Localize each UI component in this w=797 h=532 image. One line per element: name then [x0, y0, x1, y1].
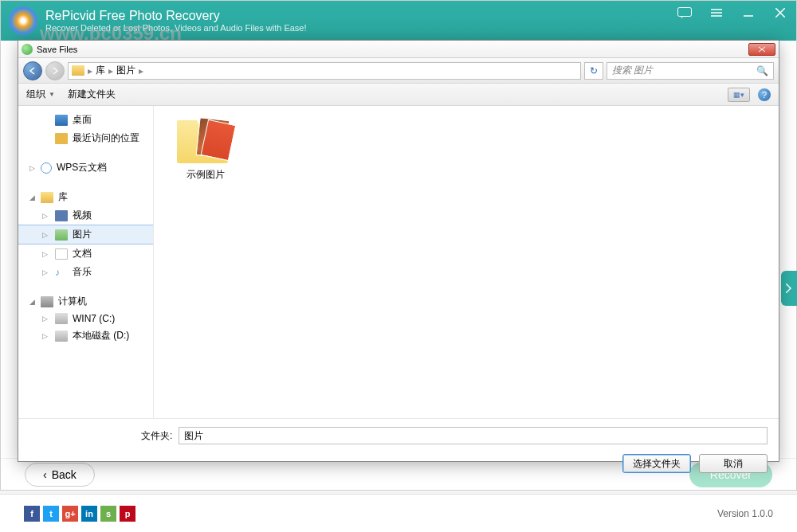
- new-folder-button[interactable]: 新建文件夹: [68, 88, 116, 101]
- library-icon: [41, 192, 53, 203]
- chevron-down-icon[interactable]: ◢: [29, 298, 35, 306]
- view-mode-button[interactable]: ▦▾: [728, 88, 750, 102]
- version-label: Version 1.0.0: [717, 508, 773, 519]
- chevron-right-icon: ▸: [88, 65, 92, 76]
- menu-icon[interactable]: [701, 1, 732, 25]
- folder-name-input[interactable]: [179, 427, 768, 444]
- breadcrumb[interactable]: ▸ 库 ▸ 图片 ▸: [68, 62, 581, 80]
- dialog-title: Save Files: [37, 45, 77, 54]
- dialog-body: 桌面 最近访问的位置 ▷WPS云文档 ◢库 ▷视频 ▷图片 ▷文档 ▷♪音乐 ◢…: [18, 106, 779, 418]
- cancel-button[interactable]: 取消: [699, 454, 768, 473]
- drive-icon: [55, 331, 68, 342]
- chevron-right-icon[interactable]: ▷: [42, 212, 48, 220]
- app-subtitle: Recover Deleted or Lost Photos, Videos a…: [45, 23, 307, 33]
- social-icons: f t g+ in s p: [24, 506, 135, 522]
- chevron-right-icon[interactable]: ▷: [42, 250, 48, 258]
- facebook-icon[interactable]: f: [24, 506, 40, 522]
- folder-field-label: 文件夹:: [141, 429, 172, 443]
- search-placeholder: 搜索 图片: [612, 64, 653, 77]
- linkedin-icon[interactable]: in: [81, 506, 97, 522]
- help-button[interactable]: ?: [758, 88, 771, 101]
- sidebar-item-image[interactable]: ▷图片: [18, 225, 153, 244]
- select-folder-button[interactable]: 选择文件夹: [622, 454, 691, 473]
- sidebar-item-recent[interactable]: 最近访问的位置: [18, 129, 153, 147]
- chevron-down-icon[interactable]: ◢: [29, 194, 35, 201]
- minimize-button[interactable]: [732, 1, 764, 25]
- sidebar-item-drive-d[interactable]: ▷本地磁盘 (D:): [18, 327, 153, 345]
- sidebar-item-wps[interactable]: ▷WPS云文档: [18, 158, 153, 177]
- content-area[interactable]: 示例图片: [154, 106, 779, 418]
- app-logo-icon: [9, 6, 37, 35]
- folder-item-sample[interactable]: 示例图片: [170, 117, 241, 182]
- video-icon: [55, 210, 68, 221]
- document-icon: [55, 248, 68, 260]
- folder-thumb-icon: [177, 117, 234, 163]
- side-expand-tab[interactable]: [781, 271, 797, 306]
- sidebar-item-desktop[interactable]: 桌面: [18, 111, 153, 129]
- googleplus-icon[interactable]: g+: [62, 506, 78, 522]
- nav-back-button[interactable]: [23, 61, 42, 80]
- address-bar: ▸ 库 ▸ 图片 ▸ ↻ 搜索 图片 🔍: [18, 58, 779, 84]
- breadcrumb-library[interactable]: 库: [96, 64, 105, 77]
- computer-icon: [41, 296, 53, 307]
- feedback-icon[interactable]: [669, 1, 701, 25]
- refresh-button[interactable]: ↻: [584, 62, 603, 80]
- organize-menu[interactable]: 组织▼: [26, 88, 55, 101]
- sidebar-item-doc[interactable]: ▷文档: [18, 244, 153, 263]
- stumbleupon-icon[interactable]: s: [100, 506, 116, 522]
- chevron-right-icon: ▸: [139, 65, 143, 76]
- dialog-bottom: 文件夹: 选择文件夹 取消: [18, 418, 779, 481]
- chevron-right-icon: ▸: [108, 65, 113, 76]
- chevron-right-icon[interactable]: ▷: [29, 164, 35, 172]
- bottom-bar: f t g+ in s p Version 1.0.0: [0, 494, 797, 532]
- folder-sidebar: 桌面 最近访问的位置 ▷WPS云文档 ◢库 ▷视频 ▷图片 ▷文档 ▷♪音乐 ◢…: [18, 106, 154, 418]
- chevron-right-icon[interactable]: ▷: [42, 231, 48, 239]
- pinterest-icon[interactable]: p: [120, 506, 135, 522]
- chevron-right-icon[interactable]: ▷: [42, 268, 48, 276]
- folder-label: 示例图片: [170, 168, 241, 182]
- chevron-right-icon[interactable]: ▷: [42, 332, 48, 340]
- search-icon[interactable]: 🔍: [756, 65, 768, 76]
- recent-icon: [55, 133, 68, 144]
- dialog-titlebar[interactable]: Save Files: [18, 41, 779, 58]
- chevron-right-icon[interactable]: ▷: [42, 315, 48, 323]
- twitter-icon[interactable]: t: [43, 506, 59, 522]
- app-title: RePicvid Free Photo Recovery: [45, 9, 307, 23]
- svg-rect-0: [678, 8, 692, 17]
- folder-icon: [72, 65, 84, 76]
- image-icon: [55, 229, 68, 241]
- sidebar-item-computer[interactable]: ◢计算机: [18, 292, 153, 311]
- search-input[interactable]: 搜索 图片 🔍: [607, 62, 774, 80]
- desktop-icon: [55, 115, 68, 126]
- sidebar-item-drive-c[interactable]: ▷WIN7 (C:): [18, 311, 153, 327]
- app-title-area: RePicvid Free Photo Recovery Recover Del…: [45, 9, 307, 33]
- sidebar-item-music[interactable]: ▷♪音乐: [18, 263, 153, 281]
- sidebar-item-library[interactable]: ◢库: [18, 188, 153, 206]
- breadcrumb-current[interactable]: 图片: [116, 64, 135, 77]
- dialog-icon: [22, 44, 33, 55]
- nav-forward-button[interactable]: [45, 61, 65, 80]
- sidebar-item-video[interactable]: ▷视频: [18, 206, 153, 225]
- cloud-icon: [41, 162, 52, 174]
- app-header: RePicvid Free Photo Recovery Recover Del…: [1, 1, 796, 41]
- dialog-toolbar: 组织▼ 新建文件夹 ▦▾ ?: [18, 84, 779, 106]
- dialog-close-button[interactable]: [748, 43, 775, 56]
- music-icon: ♪: [55, 267, 68, 278]
- drive-icon: [55, 313, 68, 324]
- save-files-dialog: Save Files ▸ 库 ▸ 图片 ▸ ↻ 搜索 图片 🔍 组织▼ 新建文件…: [18, 40, 779, 462]
- close-button[interactable]: [764, 1, 796, 25]
